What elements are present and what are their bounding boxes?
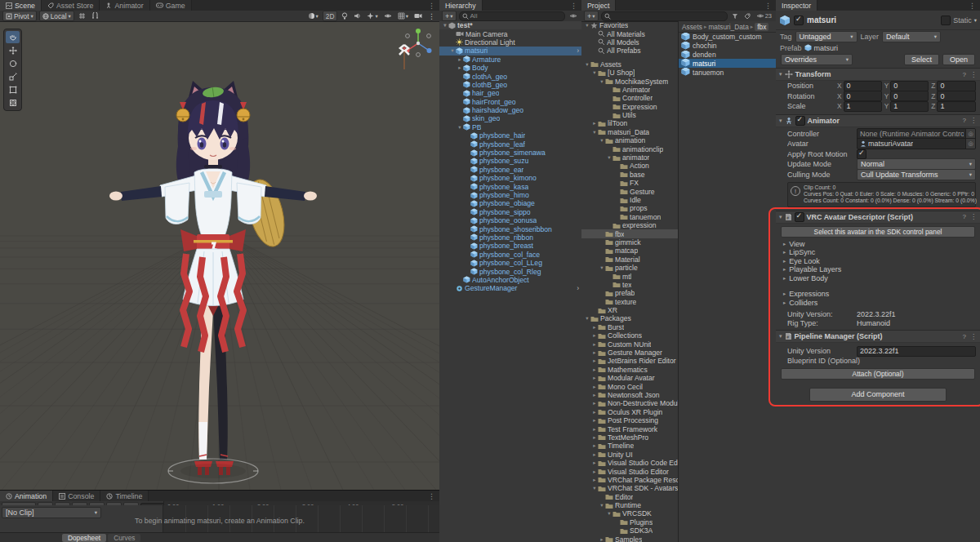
scene-menu-icon[interactable]: ⋮: [426, 11, 437, 20]
tab-asset-store[interactable]: Asset Store: [42, 0, 100, 11]
hierarchy-item-physbone-hair[interactable]: physbone_hair: [439, 131, 581, 140]
hierarchy-item-physbone-col-rleg[interactable]: physbone_col_Rleg: [439, 267, 581, 275]
foldout-playable-layers[interactable]: ▸Playable Layers: [776, 265, 980, 274]
rotation-z-field[interactable]: 0: [937, 91, 976, 101]
project-folder-mtl[interactable]: mtl: [581, 272, 678, 280]
static-dropdown-icon[interactable]: ▾: [974, 17, 977, 24]
project-folder-all-materials[interactable]: All Materials: [581, 29, 678, 38]
hierarchy-item-armature[interactable]: ▸Armature: [439, 56, 581, 64]
view-tool-button[interactable]: [6, 31, 20, 43]
project-folder-samples[interactable]: ▸Samples: [581, 535, 678, 542]
project-folder-gesture[interactable]: Gesture: [581, 187, 678, 195]
project-folder-animator[interactable]: ▾animator: [581, 153, 678, 162]
orientation-dropdown[interactable]: Local▾: [39, 11, 74, 21]
project-folder-material[interactable]: Material: [581, 255, 678, 264]
project-folder-visual-studio-code-editor[interactable]: ▸Visual Studio Code Editor: [581, 459, 678, 467]
rotate-tool-button[interactable]: [6, 57, 20, 69]
project-folder-collections[interactable]: ▸Collections: [581, 331, 678, 340]
tab-hierarchy[interactable]: Hierarchy: [439, 0, 483, 11]
hierarchy-item-autoanchorobject[interactable]: AutoAnchorObject: [439, 276, 581, 284]
help-icon[interactable]: ?: [963, 333, 966, 340]
move-tool-button[interactable]: [6, 44, 20, 56]
position-x-field[interactable]: 0: [844, 81, 882, 91]
hierarchy-item-physbone-breast[interactable]: physbone_breast: [439, 242, 581, 250]
hierarchy-item-physbone-col-face[interactable]: physbone_col_face: [439, 251, 581, 259]
hierarchy-item-physbone-simenawa[interactable]: physbone_simenawa: [439, 149, 581, 157]
hierarchy-item-physbone-sippo[interactable]: physbone_sippo: [439, 208, 581, 216]
hierarchy-item-body[interactable]: ▸Body: [439, 64, 581, 72]
tab-animation[interactable]: Animation: [0, 491, 53, 501]
tab-console[interactable]: Console: [53, 491, 100, 501]
hidden-packages-eye-icon[interactable]: 23: [755, 11, 773, 20]
transform-component-header[interactable]: ▾ Transform ?⋮: [776, 68, 980, 81]
project-folder-oculus-xr-plugin[interactable]: ▸Oculus XR Plugin: [581, 408, 678, 416]
help-icon[interactable]: ?: [963, 117, 966, 124]
expand-arrow[interactable]: ▸: [591, 434, 598, 441]
expand-arrow[interactable]: ▾: [457, 124, 463, 131]
scale-tool-button[interactable]: [6, 70, 20, 82]
scale-y-field[interactable]: 1: [890, 101, 929, 112]
project-folder-mathematics[interactable]: ▸Mathematics: [581, 366, 678, 374]
project-folder-liltoon[interactable]: ▸lilToon: [581, 119, 678, 127]
culling-mode-dropdown[interactable]: Cull Update Transforms▾: [857, 169, 976, 180]
tab-project[interactable]: Project: [581, 0, 616, 11]
expand-arrow[interactable]: ▸: [591, 384, 598, 390]
project-folder-all-prefabs[interactable]: All Prefabs: [581, 47, 678, 55]
component-menu-icon[interactable]: ⋮: [970, 117, 977, 124]
expand-arrow[interactable]: ▸: [591, 341, 598, 348]
component-menu-icon[interactable]: ⋮: [970, 213, 977, 220]
project-folder-packages[interactable]: ▾Packages: [581, 314, 678, 322]
grid-snap-icon[interactable]: [77, 11, 87, 20]
expand-arrow[interactable]: ▸: [591, 442, 598, 449]
hierarchy-item-physbone-ear[interactable]: physbone_ear: [439, 166, 581, 174]
increment-snap-icon[interactable]: [90, 11, 100, 20]
project-folder-vrchat-package-resolver[interactable]: ▸VRChat Package Resolver: [581, 476, 678, 484]
project-folder-gimmick[interactable]: gimmick: [581, 238, 678, 247]
project-folder-idle[interactable]: Idle: [581, 196, 678, 204]
project-folder-assets[interactable]: ▾Assets: [581, 60, 678, 69]
prefab-open-arrow[interactable]: ›: [574, 47, 581, 55]
avatar-model-render[interactable]: [85, 53, 338, 491]
hierarchy-item-clothb-geo[interactable]: clothB_geo: [439, 81, 581, 89]
hierarchy-menu-icon[interactable]: ⋮: [566, 0, 581, 11]
foldout-arrow[interactable]: ▸: [783, 300, 786, 306]
project-folder-tex[interactable]: tex: [581, 281, 678, 289]
search-by-type-icon[interactable]: [730, 11, 740, 20]
scale-x-field[interactable]: 1: [844, 101, 882, 112]
toggle-2d-button[interactable]: 2D: [323, 11, 338, 21]
hierarchy-item-physbone-shoseribbon[interactable]: physbone_shoseribbon: [439, 224, 581, 233]
hierarchy-item-physbone-himo[interactable]: physbone_himo: [439, 191, 581, 199]
scene-lighting-icon[interactable]: [340, 11, 350, 20]
expand-arrow[interactable]: ▸: [591, 451, 598, 458]
hierarchy-item-test[interactable]: ▾test*: [439, 21, 581, 29]
tab-game[interactable]: Game: [150, 0, 192, 11]
foldout-view[interactable]: ▸View: [776, 240, 980, 249]
tab-scene[interactable]: Scene: [0, 0, 42, 11]
inspector-menu-icon[interactable]: ⋮: [964, 0, 980, 11]
tab-inspector[interactable]: Inspector: [776, 0, 817, 11]
project-folder-visual-studio-editor[interactable]: ▸Visual Studio Editor: [581, 467, 678, 475]
mode-tab-curves[interactable]: Curves: [108, 534, 140, 542]
file-chochin[interactable]: chochin: [679, 42, 776, 51]
project-folder-base[interactable]: base: [581, 171, 678, 179]
project-folder-newtonsoft-json[interactable]: ▸Newtonsoft Json: [581, 391, 678, 399]
expand-arrow[interactable]: ▾: [606, 154, 612, 161]
grid-visibility-icon[interactable]: ▾: [396, 11, 410, 20]
project-folder-textmeshpro[interactable]: ▸TextMeshPro: [581, 433, 678, 442]
project-folder-test-framework[interactable]: ▸Test Framework: [581, 424, 678, 433]
hierarchy-item-physbone-suzu[interactable]: physbone_suzu: [439, 157, 581, 165]
expand-arrow[interactable]: ▾: [599, 137, 605, 144]
project-folder-action[interactable]: Action: [581, 162, 678, 170]
foldout-arrow[interactable]: ▸: [783, 275, 786, 282]
hierarchy-item-clotha-geo[interactable]: clothA_geo: [439, 72, 581, 80]
hierarchy-search-input[interactable]: All: [459, 11, 565, 21]
hierarchy-item-directional-light[interactable]: Directional Light: [439, 38, 581, 47]
expand-arrow[interactable]: ▸: [591, 409, 598, 415]
project-folder-texture[interactable]: texture: [581, 298, 678, 306]
project-create-button[interactable]: +▾: [584, 11, 599, 21]
help-icon[interactable]: ?: [963, 213, 966, 220]
expand-arrow[interactable]: ▸: [591, 400, 598, 406]
project-folder-non-destructive-modular[interactable]: ▸Non-Destructive Modular: [581, 399, 678, 407]
project-folder-expression[interactable]: Expression: [581, 103, 678, 111]
rotation-y-field[interactable]: 0: [890, 91, 929, 101]
